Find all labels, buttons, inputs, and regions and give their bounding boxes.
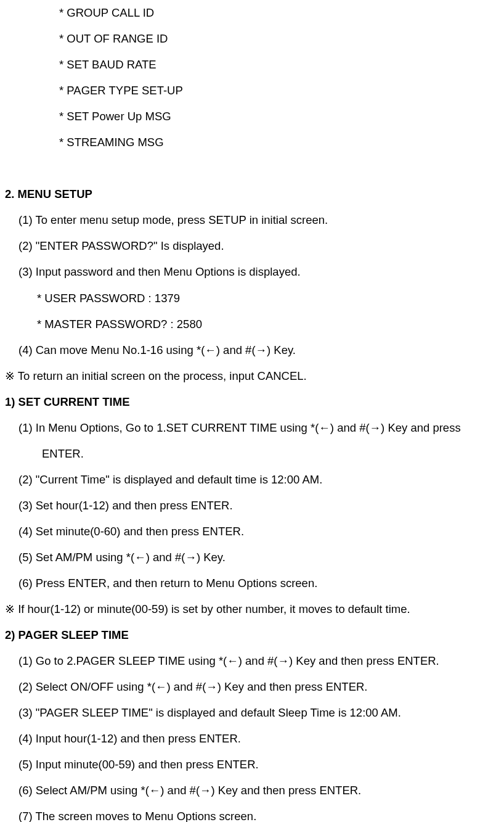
menu-setup-step: (2) "ENTER PASSWORD?" Is displayed.: [5, 233, 499, 259]
set-current-time-step: (3) Set hour(1-12) and then press ENTER.: [5, 493, 499, 519]
pager-sleep-time-step: (1) Go to 2.PAGER SLEEP TIME using *(←) …: [5, 648, 499, 674]
intro-bullet: * STREAMING MSG: [5, 129, 499, 155]
intro-bullet: * SET Power Up MSG: [5, 104, 499, 129]
pager-sleep-time-step: (4) Input hour(1-12) and then press ENTE…: [5, 726, 499, 752]
menu-setup-step: (3) Input password and then Menu Options…: [5, 259, 499, 285]
menu-setup-step: (4) Can move Menu No.1-16 using *(←) and…: [5, 337, 499, 363]
intro-bullet: * PAGER TYPE SET-UP: [5, 78, 499, 104]
set-current-time-step-cont: ENTER.: [5, 441, 499, 467]
intro-bullet: * OUT OF RANGE ID: [5, 26, 499, 52]
note-line: ※ If hour(1-12) or minute(00-59) is set …: [5, 596, 499, 622]
set-current-time-step: (5) Set AM/PM using *(←) and #(→) Key.: [5, 545, 499, 570]
password-line: * MASTER PASSWORD? : 2580: [5, 311, 499, 337]
set-current-time-step: (6) Press ENTER, and then return to Menu…: [5, 570, 499, 596]
heading-pager-sleep-time: 2) PAGER SLEEP TIME: [5, 622, 499, 648]
blank-line: [5, 155, 499, 181]
heading-set-current-time: 1) SET CURRENT TIME: [5, 389, 499, 415]
heading-menu-setup: 2. MENU SETUP: [5, 181, 499, 207]
intro-bullet: * SET BAUD RATE: [5, 52, 499, 78]
pager-sleep-time-step: (3) "PAGER SLEEP TIME" is displayed and …: [5, 700, 499, 726]
set-current-time-step: (2) "Current Time" is displayed and defa…: [5, 467, 499, 493]
pager-sleep-time-step: (7) The screen moves to Menu Options scr…: [5, 804, 499, 822]
password-line: * USER PASSWORD : 1379: [5, 286, 499, 311]
note-line: ※ To return an initial screen on the pro…: [5, 363, 499, 389]
document-page: * GROUP CALL ID * OUT OF RANGE ID * SET …: [0, 0, 504, 822]
pager-sleep-time-step: (5) Input minute(00-59) and then press E…: [5, 752, 499, 778]
pager-sleep-time-step: (2) Select ON/OFF using *(←) and #(→) Ke…: [5, 674, 499, 700]
intro-bullet: * GROUP CALL ID: [5, 0, 499, 26]
menu-setup-step: (1) To enter menu setup mode, press SETU…: [5, 207, 499, 233]
set-current-time-step: (4) Set minute(0-60) and then press ENTE…: [5, 519, 499, 545]
set-current-time-step: (1) In Menu Options, Go to 1.SET CURRENT…: [5, 415, 499, 441]
pager-sleep-time-step: (6) Select AM/PM using *(←) and #(→) Key…: [5, 778, 499, 804]
